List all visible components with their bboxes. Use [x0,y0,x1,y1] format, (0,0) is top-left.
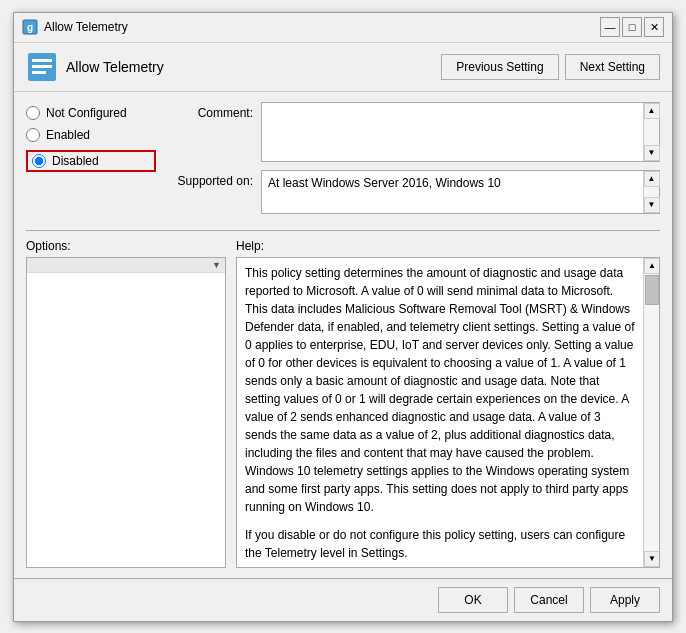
ok-button[interactable]: OK [438,587,508,613]
supported-label: Supported on: [168,170,253,188]
enabled-label: Enabled [46,128,90,142]
maximize-button[interactable]: □ [622,17,642,37]
help-paragraph-1: This policy setting determines the amoun… [245,264,635,516]
not-configured-label: Not Configured [46,106,127,120]
comment-row: Comment: ▲ ▼ [168,102,660,162]
right-panel: Comment: ▲ ▼ Supported on: At least [168,102,660,214]
minimize-button[interactable]: — [600,17,620,37]
top-section: Not Configured Enabled Disabled Comme [26,102,660,214]
disabled-option-box: Disabled [26,150,156,172]
title-bar: g Allow Telemetry — □ ✕ [14,13,672,43]
svg-rect-4 [32,65,52,68]
svg-text:g: g [27,22,33,33]
not-configured-radio[interactable] [26,106,40,120]
options-panel: Options: ▼ [26,239,226,568]
comment-scrollbar: ▲ ▼ [643,103,659,161]
comment-scroll-up[interactable]: ▲ [644,103,660,119]
help-box: This policy setting determines the amoun… [236,257,660,568]
help-scroll-thumb[interactable] [645,275,659,305]
divider [26,230,660,231]
header-buttons: Previous Setting Next Setting [441,54,660,80]
policy-icon [26,51,58,83]
disabled-radio[interactable] [32,154,46,168]
disabled-label: Disabled [52,154,99,168]
bottom-section: Options: ▼ Help: This policy setting det… [26,239,660,568]
comment-scroll-down[interactable]: ▼ [644,145,660,161]
dialog-window: g Allow Telemetry — □ ✕ Allow Telemetry … [13,12,673,622]
dropdown-arrow-icon: ▼ [212,260,221,270]
apply-button[interactable]: Apply [590,587,660,613]
title-bar-text: Allow Telemetry [44,20,128,34]
comment-field-wrapper: ▲ ▼ [261,102,660,162]
close-button[interactable]: ✕ [644,17,664,37]
title-icon: g [22,19,38,35]
next-setting-button[interactable]: Next Setting [565,54,660,80]
previous-setting-button[interactable]: Previous Setting [441,54,558,80]
help-panel: Help: This policy setting determines the… [236,239,660,568]
enabled-option[interactable]: Enabled [26,128,156,142]
supported-value: At least Windows Server 2016, Windows 10 [262,171,643,213]
help-paragraph-2: If you disable or do not configure this … [245,526,635,562]
supported-scroll-down[interactable]: ▼ [644,197,660,213]
supported-row: Supported on: At least Windows Server 20… [168,170,660,214]
svg-rect-3 [32,59,52,62]
help-title: Help: [236,239,660,253]
header-title: Allow Telemetry [66,59,441,75]
help-scroll-track [644,306,659,551]
help-text: This policy setting determines the amoun… [237,258,643,567]
comment-scroll-track [644,119,659,145]
supported-scroll-track [644,187,659,197]
title-bar-left: g Allow Telemetry [22,19,128,35]
radio-panel: Not Configured Enabled Disabled [26,102,156,214]
options-dropdown[interactable]: ▼ [27,258,225,273]
supported-scroll-up[interactable]: ▲ [644,171,660,187]
help-scroll-down[interactable]: ▼ [644,551,660,567]
cancel-button[interactable]: Cancel [514,587,584,613]
supported-box: At least Windows Server 2016, Windows 10… [261,170,660,214]
options-title: Options: [26,239,226,253]
main-content: Not Configured Enabled Disabled Comme [14,92,672,578]
footer: OK Cancel Apply [14,578,672,621]
supported-scrollbar: ▲ ▼ [643,171,659,213]
comment-input[interactable] [262,103,643,161]
not-configured-option[interactable]: Not Configured [26,106,156,120]
enabled-radio[interactable] [26,128,40,142]
title-bar-controls: — □ ✕ [600,17,664,37]
disabled-option[interactable]: Disabled [32,154,99,168]
header-row: Allow Telemetry Previous Setting Next Se… [14,43,672,92]
comment-label: Comment: [168,102,253,120]
svg-rect-5 [32,71,46,74]
options-box: ▼ [26,257,226,568]
help-scrollbar: ▲ ▼ [643,258,659,567]
help-scroll-up[interactable]: ▲ [644,258,660,274]
